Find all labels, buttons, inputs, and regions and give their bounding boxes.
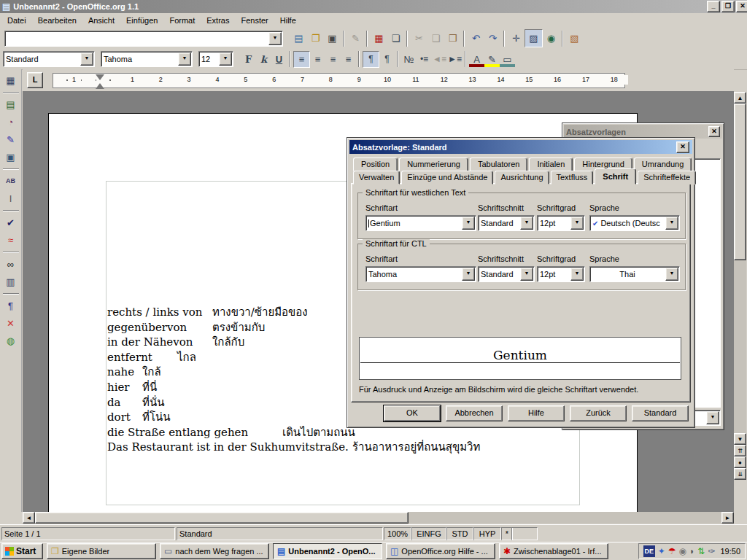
close-button[interactable]: ✕ xyxy=(736,1,747,12)
scroll-right-button[interactable]: ► xyxy=(721,512,734,524)
ltr-paragraph-button[interactable]: ¶ xyxy=(363,51,379,68)
dialog-close-button[interactable]: ✕ xyxy=(676,141,689,153)
stylist-close-button[interactable]: ✕ xyxy=(708,126,720,137)
bullet-list-button[interactable]: •≡ xyxy=(417,52,432,67)
cut-icon[interactable]: ✂ xyxy=(411,30,427,47)
spellcheck-icon[interactable]: ✔ xyxy=(2,214,20,231)
open-icon[interactable]: ❐ xyxy=(307,30,324,47)
status-field[interactable]: 100% xyxy=(384,527,411,540)
font-name-combo[interactable]: Tahoma ▼ xyxy=(101,51,193,67)
align-center-button[interactable]: ≡ xyxy=(310,52,325,67)
gallery-icon[interactable]: ▧ xyxy=(566,30,583,47)
ctl-style-dropdown-icon[interactable]: ▼ xyxy=(520,268,533,281)
horizontal-scroll-track[interactable] xyxy=(409,512,721,524)
menu-item[interactable]: Datei xyxy=(1,14,32,27)
export-pdf-icon[interactable]: ▦ xyxy=(371,30,387,47)
indent-marker[interactable] xyxy=(96,74,104,86)
status-field[interactable]: Seite 1 / 1 xyxy=(1,527,175,540)
style-dropdown-icon[interactable]: ▼ xyxy=(80,52,93,66)
dialog-titlebar[interactable]: Absatzvorlage: Standard ✕ xyxy=(349,140,692,154)
underline-button[interactable]: U xyxy=(271,52,287,67)
ctl-style-combo[interactable]: Standard ▼ xyxy=(478,266,535,282)
start-button[interactable]: Start xyxy=(1,543,43,559)
vertical-scrollbar[interactable]: ▲ ▼ ⇈ ● ⇊ xyxy=(734,92,746,512)
decrease-indent-button[interactable]: ◄≡ xyxy=(432,52,447,67)
western-style-dropdown-icon[interactable]: ▼ xyxy=(520,217,533,230)
update-icon[interactable]: ⇅ xyxy=(697,546,705,556)
back-button[interactable]: Zurück xyxy=(570,405,627,421)
hyperlink-icon[interactable]: ◉ xyxy=(543,30,560,47)
font-dropdown-icon[interactable]: ▼ xyxy=(178,52,191,66)
save-icon[interactable]: ▣ xyxy=(324,30,341,47)
rtl-paragraph-button[interactable]: ¶ xyxy=(379,52,395,67)
highlight-button[interactable]: ✎ xyxy=(484,52,500,67)
background-color-button[interactable]: ▭ xyxy=(500,52,515,67)
dialog-tab[interactable]: Initialen xyxy=(529,158,573,171)
font-size-combo[interactable]: 12 ▼ xyxy=(198,51,233,67)
dialog-tab[interactable]: Einzüge und Abstände xyxy=(401,171,493,184)
auto-spellcheck-icon[interactable]: ≈ xyxy=(2,231,20,249)
menu-item[interactable]: Bearbeiten xyxy=(32,14,82,27)
western-font-dropdown-icon[interactable]: ▼ xyxy=(462,217,475,230)
ctl-size-dropdown-icon[interactable]: ▼ xyxy=(570,268,584,281)
restore-button[interactable]: ❐ xyxy=(721,1,735,12)
western-font-combo[interactable]: Gentium ▼ xyxy=(365,215,476,231)
dialog-tab[interactable]: Tabulatoren xyxy=(470,158,528,171)
menu-item[interactable]: Einfügen xyxy=(120,14,163,27)
dialog-tab[interactable]: Verwalten xyxy=(353,171,400,184)
ctl-size-combo[interactable]: 12pt ▼ xyxy=(537,266,585,282)
draw-functions-icon[interactable]: ✎ xyxy=(2,131,20,148)
menu-item[interactable]: Extras xyxy=(201,14,235,27)
western-language-dropdown-icon[interactable]: ▼ xyxy=(665,217,678,230)
url-combobox[interactable]: ▼ xyxy=(4,31,283,47)
status-field[interactable]: EINFG xyxy=(411,527,446,540)
status-field[interactable]: STD xyxy=(446,527,473,540)
help-button[interactable]: Hilfe xyxy=(508,405,565,421)
western-style-combo[interactable]: Standard ▼ xyxy=(478,215,535,231)
status-field[interactable]: Standard xyxy=(177,527,383,540)
redo-icon[interactable]: ↷ xyxy=(484,30,501,47)
menu-item[interactable]: Hilfe xyxy=(274,14,302,27)
find-icon[interactable]: ∞ xyxy=(2,255,20,273)
online-layout-icon[interactable]: ◍ xyxy=(2,332,20,349)
horizontal-scrollbar[interactable]: ◄ ► xyxy=(23,512,734,524)
ctl-font-combo[interactable]: Tahoma ▼ xyxy=(365,266,476,282)
task-eigene-bilder[interactable]: ❐ Eigene Bilder xyxy=(47,543,156,559)
font-color-button[interactable]: A xyxy=(469,52,484,67)
dialog-tab[interactable]: Position xyxy=(353,158,398,171)
dialog-tab[interactable]: Schrifteffekte xyxy=(638,171,696,184)
ok-button[interactable]: OK xyxy=(384,405,441,421)
western-size-dropdown-icon[interactable]: ▼ xyxy=(570,217,584,230)
vertical-scroll-thumb[interactable] xyxy=(734,104,746,260)
form-functions-icon[interactable]: ▣ xyxy=(2,148,20,166)
insert-table-icon[interactable]: ▦ xyxy=(2,71,20,89)
dialog-tab[interactable]: Umrandung xyxy=(634,158,692,171)
scroll-left-button[interactable]: ◄ xyxy=(23,512,35,524)
copy-icon[interactable]: ❑ xyxy=(427,30,444,47)
undo-icon[interactable]: ↶ xyxy=(468,30,484,47)
graphics-toggle-icon[interactable]: ✕ xyxy=(2,314,20,332)
task-unbenannt2[interactable]: ▤ Unbenannt2 - OpenO... xyxy=(273,543,382,559)
next-page-button[interactable]: ⇊ xyxy=(734,468,746,480)
navigation-button[interactable]: ● xyxy=(734,456,746,468)
ctl-font-dropdown-icon[interactable]: ▼ xyxy=(462,268,475,281)
dialog-tab[interactable]: Textfluss xyxy=(551,171,594,184)
task-openoffice-hilfe[interactable]: ◫ OpenOffice.org Hilfe - ... xyxy=(386,543,495,559)
scroll-down-button[interactable]: ▼ xyxy=(734,433,746,445)
align-left-button[interactable]: ≡ xyxy=(293,51,310,68)
paste-icon[interactable]: ❒ xyxy=(444,30,461,47)
paragraph-style-combo[interactable]: Standard ▼ xyxy=(3,51,95,67)
menu-item[interactable]: Ansicht xyxy=(82,14,120,27)
standard-button[interactable]: Standard xyxy=(632,405,689,421)
menu-item[interactable]: Fenster xyxy=(235,14,274,27)
italic-button[interactable]: k xyxy=(256,52,271,67)
align-right-button[interactable]: ≡ xyxy=(325,52,341,67)
vertical-scroll-track[interactable] xyxy=(734,104,746,433)
data-sources-icon[interactable]: ▥ xyxy=(2,273,20,290)
insert-icon[interactable]: ▤ xyxy=(2,96,20,113)
dialog-tab[interactable]: Schrift xyxy=(595,168,636,184)
stylist-icon[interactable]: ▨ xyxy=(525,29,543,47)
document-line[interactable]: Das Restaurant ist in der Sukhumvitstraß… xyxy=(107,440,480,455)
cancel-button[interactable]: Abbrechen xyxy=(446,405,503,421)
insert-object-icon[interactable]: ◔ xyxy=(2,113,20,131)
